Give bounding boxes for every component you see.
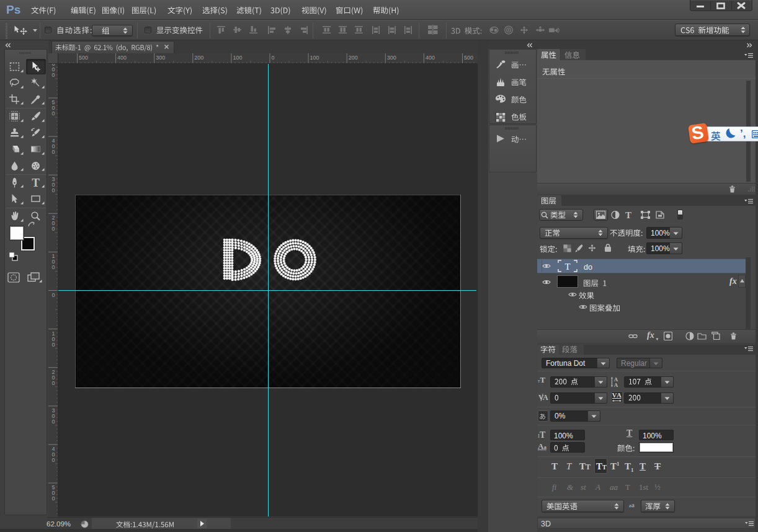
svg-text:0: 0 [272, 55, 275, 61]
svg-text:0: 0 [51, 342, 55, 348]
svg-text:400: 400 [117, 55, 127, 61]
svg-text:T: T [564, 262, 570, 272]
svg-text:0: 0 [51, 457, 55, 463]
svg-text:0: 0 [51, 419, 55, 425]
svg-text:A: A [617, 392, 622, 399]
svg-text:0: 0 [51, 226, 55, 232]
svg-text:300: 300 [156, 55, 165, 61]
svg-text:0: 0 [51, 110, 55, 117]
svg-text:100: 100 [233, 55, 242, 61]
svg-text:100: 100 [310, 55, 319, 61]
svg-text:0: 0 [51, 149, 55, 155]
svg-text:0: 0 [51, 380, 55, 386]
svg-text:500: 500 [79, 55, 88, 61]
svg-text:0: 0 [51, 292, 55, 298]
svg-text:300: 300 [387, 55, 396, 61]
svg-text:200: 200 [349, 55, 358, 61]
svg-text:0: 0 [51, 72, 55, 78]
svg-text:200: 200 [194, 55, 203, 61]
svg-text:400: 400 [426, 55, 435, 61]
svg-text:A: A [543, 393, 548, 402]
svg-text:0: 0 [51, 495, 55, 502]
svg-text:0: 0 [51, 187, 55, 193]
svg-text:0: 0 [51, 264, 55, 270]
svg-text:A: A [614, 382, 618, 388]
svg-text:500: 500 [464, 55, 473, 61]
svg-text:T: T [32, 177, 40, 188]
